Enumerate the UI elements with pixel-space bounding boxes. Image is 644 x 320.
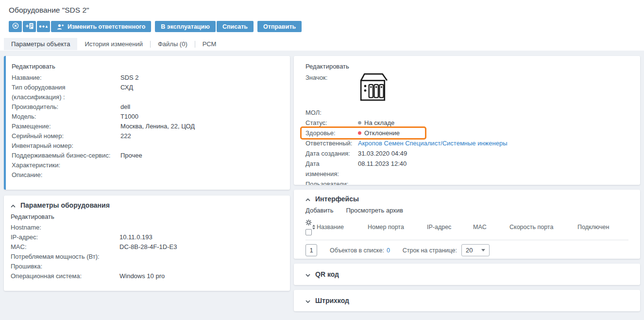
field-row: Описание:: [12, 170, 282, 180]
status-dot-gray: [358, 121, 361, 124]
qr-panel-header[interactable]: QR код: [305, 270, 339, 278]
field-label: Статус:: [305, 118, 354, 128]
field-label: MAC:: [11, 242, 116, 252]
column-port-number[interactable]: Номер порта: [368, 224, 427, 231]
chevron-up-icon: [305, 195, 310, 203]
column-name[interactable]: Название: [317, 224, 344, 231]
toolbar-icon-group: Изменить ответственного: [9, 21, 151, 32]
column-ip-address[interactable]: IP-адрес: [427, 224, 473, 231]
write-off-button[interactable]: Списать: [217, 21, 254, 32]
interfaces-panel: Интерфейсы Добавить Просмотреть архив На…: [294, 190, 640, 259]
field-row: Hostname:: [11, 223, 282, 232]
field-label: МОЛ:: [305, 107, 354, 118]
field-value: SDS 2: [120, 73, 282, 83]
field-value: DC-8B-28-4F-1D-E3: [119, 242, 282, 252]
barcode-panel-header[interactable]: Штрихкод: [305, 297, 349, 304]
hardware-panel-header[interactable]: Параметры оборудования: [11, 201, 282, 209]
tab-rsm[interactable]: РСМ: [195, 38, 224, 50]
barcode-panel-title: Штрихкод: [315, 297, 349, 304]
select-all-checkbox[interactable]: [305, 229, 312, 235]
column-mac[interactable]: MAC: [473, 224, 509, 231]
field-label: Характеристики:: [12, 160, 117, 170]
field-label: Дата создания:: [305, 148, 354, 159]
field-label: Здоровье:: [305, 128, 354, 138]
objects-count-value[interactable]: 0: [387, 247, 390, 254]
tab-bar: Параметры объекта История изменений Файл…: [0, 38, 644, 50]
field-label: Прошивка:: [11, 262, 116, 271]
add-to-rack-icon: [25, 22, 34, 31]
field-row: Потребляемая мощность (Вт):: [11, 252, 282, 262]
page-header: Оборудование "SDS 2": [0, 0, 644, 32]
field-label: Модель:: [12, 112, 117, 122]
field-value-link[interactable]: Windows 10 pro: [119, 271, 282, 281]
field-row: Тип оборудования (классификация) :СХД: [12, 83, 282, 102]
field-label: Операционная система:: [11, 271, 116, 281]
field-label: Серийный номер:: [12, 131, 117, 141]
status-panel: Редактировать Значок: МОЛ: Статус: На ск…: [294, 56, 640, 185]
column-connected[interactable]: Подключен: [577, 224, 609, 231]
page-number-button[interactable]: 1: [305, 244, 317, 256]
add-interface-button[interactable]: Добавить: [305, 207, 333, 214]
field-row: Производитель:dell: [12, 102, 282, 112]
field-value: [119, 252, 282, 262]
field-row: МОЛ:: [305, 107, 628, 118]
change-owner-label: Изменить ответственного: [68, 23, 145, 30]
topology-button[interactable]: [37, 21, 50, 32]
field-value: 08.11.2023 12:40: [358, 159, 628, 179]
status-dot-red: [358, 131, 361, 135]
responsible-link[interactable]: Акропов Семен Специалист/Системные инжен…: [358, 138, 628, 148]
field-value: [120, 160, 282, 170]
field-row: Дата создания:31.03.2020 04:49: [305, 148, 628, 159]
gear-icon[interactable]: [305, 219, 312, 228]
change-owner-button[interactable]: Изменить ответственного: [51, 21, 151, 32]
field-value-link[interactable]: T1000: [120, 112, 282, 122]
field-row: IP-адрес:10.11.0.193: [11, 232, 282, 242]
field-label: Название:: [12, 73, 117, 83]
field-value: [358, 179, 628, 185]
add-to-rack-button[interactable]: [23, 21, 36, 32]
tab-files[interactable]: Файлы (0): [151, 38, 195, 50]
health-row: Здоровье: Отклонение: [305, 128, 628, 138]
field-value-link[interactable]: dell: [120, 102, 282, 112]
chevron-down-icon: [305, 297, 310, 304]
edit-link[interactable]: Редактировать: [12, 62, 55, 71]
to-operation-button[interactable]: В эксплуатацию: [155, 21, 216, 32]
tab-change-history[interactable]: История изменений: [77, 38, 150, 50]
sort-icon[interactable]: [312, 225, 315, 230]
column-port-speed[interactable]: Скорость порта: [509, 224, 577, 231]
caret-down-icon: [481, 249, 485, 251]
page-title: Оборудование "SDS 2": [9, 6, 635, 15]
topology-icon: [39, 23, 48, 30]
send-button[interactable]: Отправить: [257, 21, 302, 32]
qr-code-panel: QR код: [294, 264, 640, 285]
toolbar: Изменить ответственного В эксплуатацию С…: [9, 21, 635, 32]
field-row: MAC:DC-8B-28-4F-1D-E3: [11, 242, 282, 252]
field-value: [119, 223, 282, 232]
rows-per-page-select[interactable]: 20: [461, 244, 490, 256]
interfaces-panel-header[interactable]: Интерфейсы: [305, 195, 628, 203]
field-value-link[interactable]: Прочее: [120, 151, 282, 160]
edit-link[interactable]: Редактировать: [11, 212, 54, 222]
hardware-panel-title: Параметры оборудования: [20, 201, 110, 209]
toolbar-state-group: В эксплуатацию Списать: [155, 21, 254, 32]
field-row: Поддерживаемый бизнес-сервис:Прочее: [12, 151, 282, 160]
field-row: Дата изменения:08.11.2023 12:40: [305, 159, 628, 179]
field-label: Производитель:: [12, 102, 117, 112]
field-value-link[interactable]: Москва, Ленина, 22, ЦОД: [120, 122, 282, 131]
view-archive-button[interactable]: Просмотреть архив: [346, 207, 403, 214]
close-button[interactable]: [9, 21, 22, 32]
field-label: Инвентарный номер:: [12, 141, 117, 151]
field-row: Прошивка:: [11, 262, 282, 271]
rows-per-page-label: Строк на странице:: [403, 247, 457, 254]
edit-link[interactable]: Редактировать: [305, 63, 349, 70]
field-row: Характеристики:: [12, 160, 282, 170]
object-parameters-panel: Редактировать Название:SDS 2 Тип оборудо…: [4, 56, 290, 190]
field-row: Серийный номер:222: [12, 131, 282, 141]
icon-row: Значок:: [305, 72, 628, 105]
chevron-down-icon: [305, 270, 310, 278]
tab-object-parameters[interactable]: Параметры объекта: [4, 38, 77, 50]
objects-count-label: Объектов в списке:: [330, 247, 384, 254]
field-value-link[interactable]: СХД: [120, 83, 282, 102]
close-circle-icon: [12, 22, 19, 31]
field-value: 222: [120, 131, 282, 141]
